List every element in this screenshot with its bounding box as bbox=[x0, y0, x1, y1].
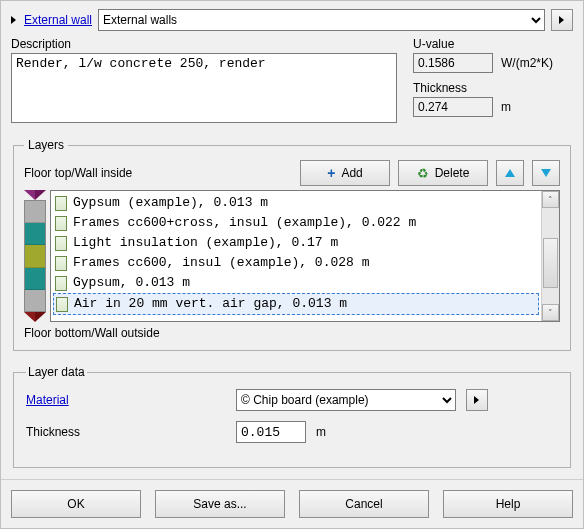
cancel-button[interactable]: Cancel bbox=[299, 490, 429, 518]
list-item[interactable]: Air in 20 mm vert. air gap, 0.013 m bbox=[53, 293, 539, 315]
layer-icon bbox=[56, 297, 68, 312]
add-label: Add bbox=[341, 166, 362, 180]
thickness-total-label: Thickness bbox=[413, 81, 573, 95]
layers-top-label: Floor top/Wall inside bbox=[24, 166, 292, 180]
list-item[interactable]: Gypsum, 0.013 m bbox=[53, 273, 539, 293]
list-item[interactable]: Frames cc600+cross, insul (example), 0.0… bbox=[53, 213, 539, 233]
material-link[interactable]: Material bbox=[26, 393, 226, 407]
layer-swatch bbox=[25, 201, 45, 223]
layer-swatch bbox=[25, 245, 45, 267]
expand-arrow-icon[interactable] bbox=[11, 16, 16, 24]
construction-dialog: External wall External walls Description… bbox=[0, 0, 584, 529]
layer-icon bbox=[55, 216, 67, 231]
layer-data-group: Layer data Material © Chip board (exampl… bbox=[13, 365, 571, 468]
arrow-right-icon bbox=[559, 16, 564, 24]
recycle-icon: ♻ bbox=[417, 166, 429, 181]
ok-button[interactable]: OK bbox=[11, 490, 141, 518]
layers-group: Layers Floor top/Wall inside + Add ♻ Del… bbox=[13, 138, 571, 351]
arrow-down-icon bbox=[541, 169, 551, 177]
layer-thickness-label: Thickness bbox=[26, 425, 226, 439]
move-up-button[interactable] bbox=[496, 160, 524, 186]
header-row: External wall External walls bbox=[11, 9, 573, 31]
description-label: Description bbox=[11, 37, 397, 51]
list-item[interactable]: Frames cc600, insul (example), 0.028 m bbox=[53, 253, 539, 273]
scroll-down-button[interactable]: ˅ bbox=[542, 304, 559, 321]
layer-text: Air in 20 mm vert. air gap, 0.013 m bbox=[74, 294, 347, 314]
scrollbar[interactable]: ˄ ˅ bbox=[541, 191, 559, 321]
layer-text: Gypsum, 0.013 m bbox=[73, 273, 190, 293]
scroll-thumb[interactable] bbox=[543, 238, 558, 288]
layer-data-legend: Layer data bbox=[26, 365, 87, 379]
plus-icon: + bbox=[327, 165, 335, 181]
material-select[interactable]: © Chip board (example) bbox=[236, 389, 456, 411]
layer-swatch bbox=[25, 268, 45, 290]
wall-type-select[interactable]: External walls bbox=[98, 9, 545, 31]
delete-label: Delete bbox=[435, 166, 470, 180]
layer-swatch-column bbox=[24, 190, 46, 322]
external-wall-link[interactable]: External wall bbox=[24, 13, 92, 27]
layer-icon bbox=[55, 256, 67, 271]
thickness-total-unit: m bbox=[501, 100, 511, 114]
layers-legend: Layers bbox=[24, 138, 68, 152]
layer-text: Frames cc600+cross, insul (example), 0.0… bbox=[73, 213, 416, 233]
layer-thickness-input[interactable] bbox=[236, 421, 306, 443]
layer-text: Gypsum (example), 0.013 m bbox=[73, 193, 268, 213]
uvalue-label: U-value bbox=[413, 37, 573, 51]
add-layer-button[interactable]: + Add bbox=[300, 160, 390, 186]
swatch-bottom-icon bbox=[24, 312, 46, 322]
description-input[interactable]: Render, l/w concrete 250, render bbox=[11, 53, 397, 123]
layers-bottom-label: Floor bottom/Wall outside bbox=[24, 326, 560, 340]
material-next-button[interactable] bbox=[466, 389, 488, 411]
scroll-up-button[interactable]: ˄ bbox=[542, 191, 559, 208]
scroll-track[interactable] bbox=[542, 208, 559, 304]
uvalue-unit: W/(m2*K) bbox=[501, 56, 553, 70]
uvalue-field bbox=[413, 53, 493, 73]
dialog-button-bar: OK Save as... Cancel Help bbox=[1, 479, 583, 528]
layer-swatch bbox=[25, 223, 45, 245]
list-item[interactable]: Light insulation (example), 0.17 m bbox=[53, 233, 539, 253]
help-button[interactable]: Help bbox=[443, 490, 573, 518]
layer-swatch bbox=[25, 290, 45, 311]
swatch-top-icon bbox=[24, 190, 46, 200]
layer-text: Frames cc600, insul (example), 0.028 m bbox=[73, 253, 369, 273]
thickness-total-field bbox=[413, 97, 493, 117]
save-as-button[interactable]: Save as... bbox=[155, 490, 285, 518]
layer-icon bbox=[55, 236, 67, 251]
layers-list[interactable]: Gypsum (example), 0.013 mFrames cc600+cr… bbox=[50, 190, 560, 322]
layer-thickness-unit: m bbox=[316, 425, 326, 439]
move-down-button[interactable] bbox=[532, 160, 560, 186]
delete-layer-button[interactable]: ♻ Delete bbox=[398, 160, 488, 186]
layer-icon bbox=[55, 276, 67, 291]
arrow-right-icon bbox=[474, 396, 479, 404]
arrow-up-icon bbox=[505, 169, 515, 177]
type-next-button[interactable] bbox=[551, 9, 573, 31]
list-item[interactable]: Gypsum (example), 0.013 m bbox=[53, 193, 539, 213]
layer-text: Light insulation (example), 0.17 m bbox=[73, 233, 338, 253]
layer-icon bbox=[55, 196, 67, 211]
